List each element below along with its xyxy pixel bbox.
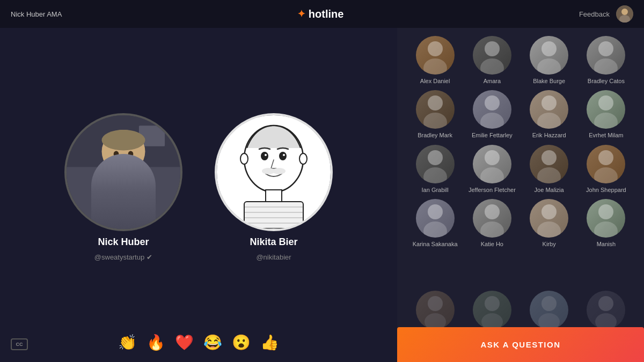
svg-point-39 [485, 95, 500, 110]
audience-grid: Alex DanielAmaraBlake BurgeBradley Catos… [408, 36, 633, 291]
audience-avatar[interactable] [416, 90, 455, 129]
audience-member-name: Ian Grabill [422, 186, 449, 194]
reaction-heart[interactable]: ❤️ [175, 334, 194, 351]
audience-member: Katie Ho [465, 199, 519, 248]
audience-member-name: Alex Daniel [420, 77, 450, 85]
reaction-fire[interactable]: 🔥 [147, 334, 165, 351]
feedback-button[interactable]: Feedback [579, 10, 610, 18]
header: Nick Huber AMA ✦ hotline Feedback [0, 0, 644, 28]
svg-point-52 [594, 167, 618, 183]
svg-rect-4 [67, 167, 180, 229]
audience-member-name: Bradley Mark [418, 131, 452, 139]
svg-point-57 [541, 204, 557, 219]
audience-avatar[interactable] [530, 145, 568, 183]
svg-point-15 [279, 152, 287, 160]
partial-avatar-1 [408, 291, 462, 329]
ask-question-label: ASK A QUESTION [480, 340, 560, 349]
video-panel: Nick Huber @sweatystartup ✔ [0, 28, 397, 362]
svg-point-55 [485, 204, 500, 219]
svg-point-37 [428, 95, 443, 110]
audience-avatar[interactable] [473, 90, 511, 129]
audience-member: Emilie Fettarley [465, 90, 519, 139]
svg-point-46 [423, 167, 447, 183]
svg-point-33 [541, 41, 557, 56]
audience-avatar[interactable] [473, 145, 511, 183]
audience-avatar[interactable] [416, 145, 455, 183]
audience-member-name: Joe Malizia [535, 186, 564, 194]
svg-point-19 [273, 168, 286, 174]
svg-point-42 [537, 113, 561, 129]
audience-avatar[interactable] [530, 36, 568, 75]
user-avatar-header[interactable] [616, 5, 633, 23]
audience-member-name: Manish [597, 240, 616, 248]
audience-member: Bradley Catos [579, 36, 633, 85]
partial-avatar-4 [579, 291, 633, 329]
audience-member: John Sheppard [579, 145, 633, 194]
svg-point-14 [261, 152, 268, 160]
audience-avatar[interactable] [587, 36, 625, 75]
ask-question-button[interactable]: ASK A QUESTION [397, 327, 644, 362]
reaction-thumbsup[interactable]: 👍 [260, 334, 279, 351]
reaction-clap[interactable]: 👏 [118, 334, 137, 351]
svg-point-41 [541, 95, 557, 110]
svg-point-31 [485, 41, 500, 56]
audience-avatar[interactable] [473, 36, 511, 75]
audience-member: Erik Hazzard [522, 90, 576, 139]
reaction-wow[interactable]: 😮 [232, 334, 251, 351]
speakers-row: Nick Huber @sweatystartup ✔ [64, 113, 333, 261]
svg-point-43 [598, 95, 613, 110]
audience-panel: Alex DanielAmaraBlake BurgeBradley Catos… [397, 28, 644, 362]
svg-point-9 [114, 151, 119, 157]
audience-avatar[interactable] [530, 199, 568, 238]
audience-avatar[interactable] [587, 199, 625, 238]
speaker-nikita: Nikita Bier @nikitabier [215, 113, 333, 261]
svg-point-38 [423, 113, 447, 129]
main-content: Nick Huber @sweatystartup ✔ [0, 28, 644, 362]
partial-row [408, 291, 633, 329]
svg-point-10 [128, 151, 134, 157]
audience-avatar[interactable] [530, 90, 568, 129]
svg-point-59 [598, 204, 613, 219]
svg-point-67 [598, 296, 613, 311]
svg-point-45 [428, 150, 443, 165]
audience-member: Kirby [522, 199, 576, 248]
audience-member-name: Jefferson Fletcher [469, 186, 516, 194]
session-title: Nick Huber AMA [11, 10, 62, 18]
svg-point-60 [594, 221, 618, 238]
nikita-avatar [215, 113, 333, 231]
audience-avatar[interactable] [416, 36, 455, 75]
speaker-nick: Nick Huber @sweatystartup ✔ [64, 113, 182, 261]
cc-button[interactable]: CC [11, 338, 28, 350]
reactions-bar: 👏 🔥 ❤️ 😂 😮 👍 [118, 334, 279, 351]
svg-point-51 [598, 150, 613, 165]
svg-rect-11 [121, 171, 126, 181]
audience-member-name: Blake Burge [533, 77, 565, 85]
svg-point-58 [537, 221, 561, 238]
nikita-name: Nikita Bier [250, 237, 297, 248]
audience-avatar[interactable] [416, 199, 455, 238]
svg-point-29 [428, 41, 443, 56]
audience-member: Amara [465, 36, 519, 85]
svg-point-30 [423, 58, 447, 75]
svg-rect-8 [100, 171, 147, 212]
svg-point-40 [480, 113, 504, 129]
audience-avatar[interactable] [473, 199, 511, 238]
svg-point-61 [428, 296, 443, 311]
reaction-laugh[interactable]: 😂 [203, 334, 222, 351]
svg-rect-23 [244, 202, 303, 228]
audience-avatar[interactable] [587, 145, 625, 183]
svg-point-7 [102, 129, 145, 150]
audience-member-name: Amara [484, 77, 501, 85]
audience-member: Alex Daniel [408, 36, 462, 85]
audience-member-name: Karina Sakanaka [413, 240, 458, 248]
nikita-illustration [217, 116, 330, 228]
audience-member: Ian Grabill [408, 145, 462, 194]
audience-avatar[interactable] [587, 90, 625, 129]
audience-member: Manish [579, 199, 633, 248]
svg-point-44 [594, 113, 618, 129]
nikita-handle: @nikitabier [256, 253, 291, 261]
partial-avatar-3 [522, 291, 576, 329]
svg-point-1 [621, 9, 628, 15]
nick-name: Nick Huber [98, 237, 149, 248]
audience-member-name: Bradley Catos [588, 77, 625, 85]
